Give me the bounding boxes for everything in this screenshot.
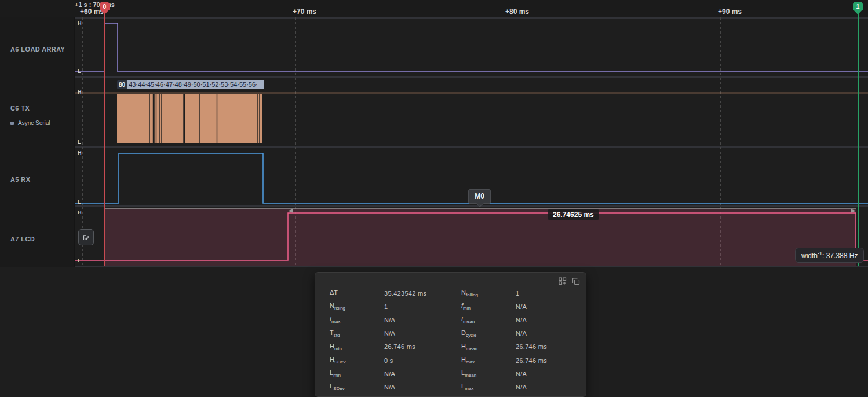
serial-frame-badge: 80 <box>117 80 127 89</box>
measurement-row: Nfalling1 <box>461 286 583 300</box>
level-low-a5: L <box>78 199 81 205</box>
grid-plus-icon[interactable] <box>559 277 567 285</box>
pulse-width-label: 26.74625 ms <box>548 209 599 220</box>
width-frequency-tooltip: width-1: 37.388 Hz <box>795 248 864 263</box>
measurement-row: fmeanN/A <box>461 313 583 326</box>
serial-frame-values: 43·44·45·46·47·48·49·50·51·52·53·54·55·5… <box>127 80 264 89</box>
freq-tooltip-prefix: width <box>801 252 818 260</box>
measurement-row: LmeanN/A <box>461 367 583 380</box>
serial-burst-block <box>117 94 262 143</box>
measurement-row: HSDev0 s <box>330 354 457 367</box>
level-low-a7: L <box>78 258 81 263</box>
level-high-a6: H <box>78 20 82 26</box>
copy-icon[interactable] <box>572 277 580 285</box>
measurement-row: fminN/A <box>461 300 583 313</box>
level-low-a6: L <box>78 68 81 74</box>
measurement-row: ΔT35.423542 ms <box>330 286 457 300</box>
measurement-column-left: ΔT35.423542 ms Nrising1 fmaxN/A TstdN/A … <box>330 286 457 394</box>
measurement-row: LminN/A <box>330 367 457 380</box>
measurement-row: LmaxN/A <box>461 380 583 394</box>
measurement-row: Nrising1 <box>330 300 457 313</box>
level-high-a7: H <box>78 209 82 215</box>
measurement-details-panel: ΔT35.423542 ms Nrising1 fmaxN/A TstdN/A … <box>315 272 586 397</box>
measurement-row: DcycleN/A <box>461 327 583 340</box>
trace-a6-load-array <box>75 23 868 72</box>
freq-tooltip-suffix: : 37.388 Hz <box>822 252 858 260</box>
measurement-row: LSDevN/A <box>330 380 457 394</box>
level-high-a5: H <box>78 150 82 156</box>
measurement-row: fmaxN/A <box>330 313 457 326</box>
measurement-column-right: Nfalling1 fminN/A fmeanN/A DcycleN/A Hme… <box>461 286 583 394</box>
measurement-row: TstdN/A <box>330 327 457 340</box>
measurement-marker-m0[interactable]: M0 <box>468 189 491 204</box>
pulse-trigger-icon <box>81 233 91 242</box>
trigger-indicator-button[interactable] <box>78 229 94 245</box>
level-low-c6: L <box>78 139 81 145</box>
measurement-region-highlight <box>105 208 856 266</box>
serial-annotation-strip[interactable]: 80 43·44·45·46·47·48·49·50·51·52·53·54·5… <box>117 80 264 89</box>
measurement-row: Hmax26.746 ms <box>461 354 583 367</box>
measurement-row: Hmean26.746 ms <box>461 340 583 354</box>
measurement-row: Hmin26.746 ms <box>330 340 457 354</box>
freq-tooltip-sup: -1 <box>818 251 822 256</box>
level-high-c6: H <box>78 89 82 95</box>
